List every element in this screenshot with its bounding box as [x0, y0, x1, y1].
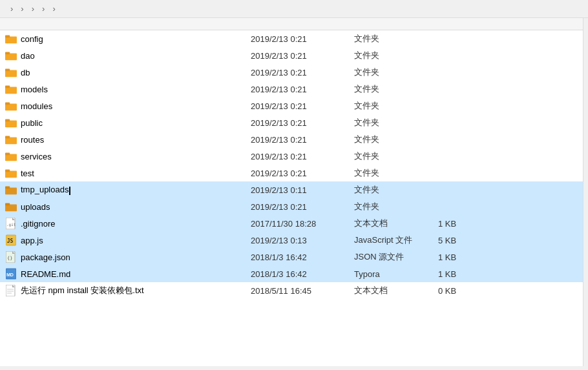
table-row[interactable]: .git .gitignore 2017/11/30 18:28 文本文档 1 … — [0, 215, 588, 232]
svg-text:JS: JS — [7, 238, 14, 244]
file-date: 2019/2/13 0:21 — [246, 118, 349, 128]
file-date: 2019/2/13 0:21 — [246, 51, 349, 61]
file-name: uploads — [21, 202, 50, 212]
scrollbar[interactable] — [583, 18, 588, 366]
file-type: JavaScript 文件 — [349, 234, 433, 246]
file-date: 2019/2/13 0:21 — [246, 202, 349, 212]
file-name: routes — [21, 135, 44, 145]
file-name: services — [21, 152, 52, 161]
file-name-cell: test — [0, 167, 246, 179]
file-icon-wrapper — [5, 83, 17, 95]
file-name-cell: config — [0, 33, 246, 45]
json-file-icon: {} — [6, 251, 16, 263]
breadcrumb: › › › › › — [0, 0, 588, 18]
svg-rect-11 — [5, 119, 10, 122]
file-name: config — [21, 34, 43, 44]
file-date: 2019/2/13 0:21 — [246, 135, 349, 145]
file-name-cell: .git .gitignore — [0, 218, 246, 229]
file-name: dao — [21, 51, 35, 61]
table-row[interactable]: modules 2019/2/13 0:21 文件夹 — [0, 98, 588, 114]
file-name: models — [21, 85, 48, 94]
folder-icon — [5, 185, 17, 195]
svg-rect-19 — [5, 187, 10, 189]
file-name-cell: uploads — [0, 201, 246, 212]
svg-text:{}: {} — [7, 256, 12, 261]
file-icon-wrapper — [5, 167, 17, 179]
svg-text:.git: .git — [6, 222, 16, 227]
column-type[interactable] — [349, 21, 433, 26]
file-name: package.json — [21, 252, 70, 262]
text-file-icon — [6, 285, 16, 296]
table-row[interactable]: {} package.json 2018/1/3 16:42 JSON 源文件 … — [0, 249, 588, 265]
file-type: 文件夹 — [349, 100, 433, 112]
file-name-cell: routes — [0, 134, 246, 145]
table-row[interactable]: JS app.js 2019/2/13 0:13 JavaScript 文件 5… — [0, 232, 588, 249]
file-name-cell: JS app.js — [0, 234, 246, 246]
table-row[interactable]: models 2019/2/13 0:21 文件夹 — [0, 81, 588, 98]
file-name-cell: {} package.json — [0, 251, 246, 263]
file-icon-wrapper: .git — [5, 218, 17, 229]
file-icon-wrapper: MD — [5, 268, 17, 280]
file-icon-wrapper — [5, 100, 17, 112]
table-row[interactable]: db 2019/2/13 0:21 文件夹 — [0, 64, 588, 81]
svg-rect-1 — [5, 36, 10, 38]
table-row[interactable]: MD README.md 2018/1/3 16:42 Typora 1 KB — [0, 265, 588, 282]
column-name[interactable] — [0, 21, 246, 26]
file-icon-wrapper — [5, 67, 17, 78]
file-icon-wrapper — [5, 33, 17, 45]
file-name-cell: db — [0, 67, 246, 78]
file-type: 文件夹 — [349, 67, 433, 78]
file-size: 0 KB — [433, 286, 498, 296]
table-row[interactable]: tmp_uploads 2019/2/13 0:11 文件夹 — [0, 181, 588, 198]
file-date: 2019/2/13 0:21 — [246, 68, 349, 77]
table-row[interactable]: public 2019/2/13 0:21 文件夹 — [0, 114, 588, 131]
breadcrumb-sep-3: › — [32, 4, 34, 14]
table-row[interactable]: dao 2019/2/13 0:21 文件夹 — [0, 47, 588, 64]
column-date[interactable] — [246, 21, 349, 26]
file-icon-wrapper — [5, 50, 17, 61]
file-type: JSON 源文件 — [349, 251, 433, 263]
file-date: 2019/2/13 0:21 — [246, 101, 349, 111]
file-name-cell: 先运行 npm install 安装依赖包.txt — [0, 285, 246, 296]
js-file-icon: JS — [6, 234, 16, 246]
file-name-cell: services — [0, 150, 246, 162]
file-size: 1 KB — [433, 269, 498, 279]
folder-icon — [5, 168, 17, 178]
file-icon-wrapper — [5, 285, 17, 296]
file-date: 2019/2/13 0:21 — [246, 34, 349, 44]
file-name: test — [21, 169, 34, 178]
folder-icon — [5, 34, 17, 44]
breadcrumb-sep-1: › — [10, 4, 13, 14]
file-type: 文件夹 — [349, 201, 433, 212]
file-date: 2018/1/3 16:42 — [246, 252, 349, 262]
svg-rect-7 — [5, 86, 10, 88]
column-size[interactable] — [433, 21, 498, 26]
cursor — [69, 187, 70, 195]
file-date: 2017/11/30 18:28 — [246, 219, 349, 229]
file-name-cell: dao — [0, 50, 246, 61]
folder-icon — [5, 151, 17, 161]
table-row[interactable]: 先运行 npm install 安装依赖包.txt 2018/5/11 16:4… — [0, 282, 588, 299]
breadcrumb-sep-2: › — [21, 4, 23, 14]
folder-icon — [5, 201, 17, 212]
file-icon-wrapper: JS — [5, 234, 17, 246]
table-row[interactable]: services 2019/2/13 0:21 文件夹 — [0, 148, 588, 165]
file-date: 2019/2/13 0:21 — [246, 169, 349, 178]
file-name: app.js — [21, 236, 43, 245]
file-type: 文件夹 — [349, 83, 433, 95]
file-name-cell: tmp_uploads — [0, 184, 246, 196]
file-name-cell: modules — [0, 100, 246, 112]
table-row[interactable]: test 2019/2/13 0:21 文件夹 — [0, 165, 588, 181]
file-list: config 2019/2/13 0:21 文件夹 dao 2019/2/13 … — [0, 30, 588, 366]
file-type: 文件夹 — [349, 167, 433, 179]
file-type: 文件夹 — [349, 150, 433, 162]
file-name: 先运行 npm install 安装依赖包.txt — [21, 285, 144, 296]
file-size: 1 KB — [433, 219, 498, 229]
table-row[interactable]: routes 2019/2/13 0:21 文件夹 — [0, 131, 588, 148]
file-name: tmp_uploads — [21, 185, 70, 194]
file-icon-wrapper — [5, 150, 17, 162]
md-file-icon: MD — [6, 268, 16, 280]
file-icon-wrapper — [5, 201, 17, 212]
table-row[interactable]: uploads 2019/2/13 0:21 文件夹 — [0, 198, 588, 215]
table-row[interactable]: config 2019/2/13 0:21 文件夹 — [0, 30, 588, 47]
